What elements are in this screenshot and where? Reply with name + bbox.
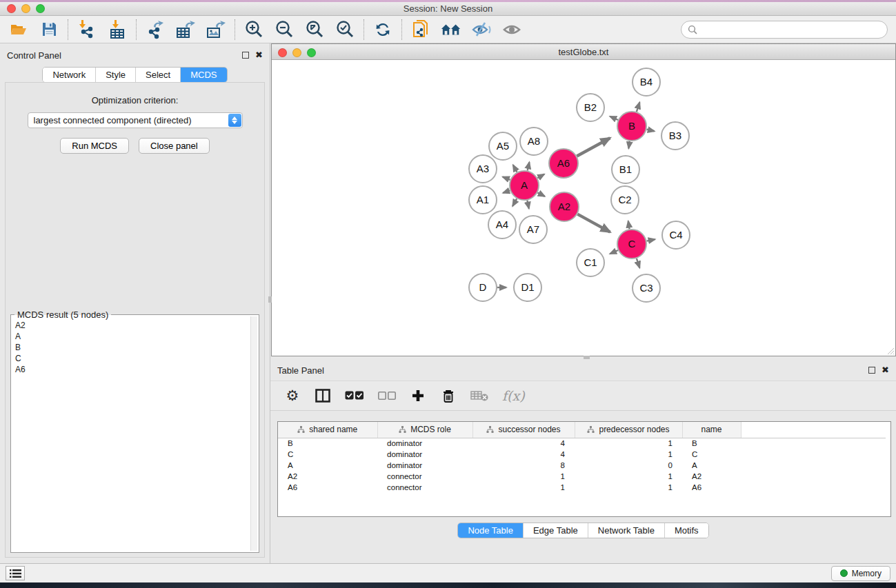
node-A8[interactable]: A8	[520, 128, 548, 155]
node-B1[interactable]: B1	[612, 156, 639, 183]
node-A5[interactable]: A5	[489, 132, 517, 160]
cell-name[interactable]: A	[682, 460, 741, 471]
tab-style[interactable]: Style	[96, 68, 136, 82]
edge-C-C4[interactable]	[647, 239, 655, 241]
node-D1[interactable]: D1	[514, 274, 541, 301]
cell-predecessor-nodes[interactable]: 0	[575, 460, 682, 471]
node-C[interactable]: C	[617, 230, 646, 258]
network-graph[interactable]: AA1A2A3A4A5A6A7A8BB1B2B3B4CC1C2C3C4DD1	[272, 60, 887, 354]
result-list-scrollbar[interactable]	[250, 316, 257, 551]
node-A[interactable]: A	[510, 171, 539, 200]
cell-shared-name[interactable]: A	[278, 460, 377, 471]
zoom-selected-button[interactable]	[335, 19, 355, 40]
save-session-button[interactable]	[39, 19, 59, 40]
edge-A-A2[interactable]	[537, 192, 544, 196]
cell-shared-name[interactable]: C	[278, 449, 377, 460]
node-D[interactable]: D	[469, 274, 497, 301]
zoom-window-button[interactable]	[36, 4, 45, 13]
cell-name[interactable]: A6	[682, 482, 741, 493]
column-header-predecessor-nodes[interactable]: predecessor nodes	[575, 422, 682, 438]
table-row[interactable]: Adominator80A	[278, 460, 886, 471]
cell-successor-nodes[interactable]: 1	[472, 471, 575, 482]
export-image-button[interactable]	[206, 19, 226, 40]
task-history-button[interactable]	[6, 566, 25, 580]
import-network-button[interactable]	[77, 19, 97, 40]
node-B4[interactable]: B4	[633, 68, 660, 96]
cell-successor-nodes[interactable]: 4	[472, 438, 575, 449]
tab-motifs[interactable]: Motifs	[665, 523, 708, 538]
edge-C-C1[interactable]	[610, 250, 618, 254]
edge-A6-B[interactable]	[577, 138, 610, 156]
cell-shared-name[interactable]: B	[278, 438, 377, 449]
node-table[interactable]: shared nameMCDS rolesuccessor nodesprede…	[277, 421, 891, 517]
close-panel-icon[interactable]: ✖	[882, 367, 889, 374]
search-box[interactable]	[681, 21, 888, 39]
edge-B-B2[interactable]	[610, 116, 618, 120]
column-header-shared-name[interactable]: shared name	[278, 422, 377, 438]
cell-predecessor-nodes[interactable]: 1	[575, 482, 682, 493]
table-row[interactable]: A2connector11A2	[278, 471, 886, 482]
cell-shared-name[interactable]: A6	[278, 482, 377, 493]
hide-selected-button[interactable]	[471, 19, 492, 40]
node-A2[interactable]: A2	[550, 192, 579, 221]
close-panel-icon[interactable]: ✖	[255, 52, 263, 59]
tab-edge-table[interactable]: Edge Table	[524, 523, 588, 538]
node-A3[interactable]: A3	[469, 155, 497, 183]
export-network-button[interactable]	[145, 19, 166, 40]
run-mcds-button[interactable]: Run MCDS	[60, 138, 129, 154]
node-A6[interactable]: A6	[549, 149, 578, 178]
edge-A-A6[interactable]	[537, 174, 544, 179]
edge-A-A4[interactable]	[512, 199, 517, 206]
table-row[interactable]: A6connector11A6	[278, 482, 886, 493]
network-zoom-button[interactable]	[307, 48, 316, 57]
search-input[interactable]	[701, 25, 881, 34]
column-header-name[interactable]: name	[682, 422, 741, 438]
select-all-columns-button[interactable]	[345, 387, 364, 405]
cell-successor-nodes[interactable]: 1	[472, 482, 575, 493]
open-file-button[interactable]	[8, 19, 29, 40]
table-row[interactable]: Bdominator41B	[278, 438, 886, 449]
tab-mcds[interactable]: MCDS	[181, 68, 226, 82]
node-B[interactable]: B	[617, 112, 646, 141]
network-canvas[interactable]: AA1A2A3A4A5A6A7A8BB1B2B3B4CC1C2C3C4DD1	[272, 60, 895, 356]
zoom-in-button[interactable]	[243, 19, 264, 40]
memory-button[interactable]: Memory	[831, 566, 890, 581]
tab-node-table[interactable]: Node Table	[458, 523, 524, 538]
cell-predecessor-nodes[interactable]: 1	[575, 449, 682, 460]
cell-successor-nodes[interactable]: 8	[472, 460, 575, 471]
cell-predecessor-nodes[interactable]: 1	[575, 471, 682, 482]
close-panel-button[interactable]: Close panel	[139, 138, 210, 154]
cell-name[interactable]: C	[682, 449, 741, 460]
edge-C-C2[interactable]	[628, 221, 630, 230]
cell-MCDS-role[interactable]: dominator	[377, 460, 472, 471]
column-header-MCDS-role[interactable]: MCDS role	[377, 422, 472, 438]
column-view-button[interactable]	[315, 387, 331, 405]
cell-name[interactable]: A2	[682, 471, 741, 482]
splitter-handle[interactable]	[268, 296, 272, 303]
edge-A-A7[interactable]	[527, 201, 528, 209]
edge-B-B4[interactable]	[637, 102, 639, 112]
edge-A-A5[interactable]	[513, 165, 517, 172]
result-item[interactable]: A6	[15, 364, 250, 375]
refresh-button[interactable]	[372, 19, 393, 40]
edge-B-B3[interactable]	[646, 130, 654, 132]
table-settings-button[interactable]: ⚙	[284, 387, 301, 405]
zoom-fit-button[interactable]	[304, 19, 325, 40]
node-A7[interactable]: A7	[519, 216, 547, 243]
export-table-button[interactable]	[175, 19, 196, 40]
result-item[interactable]: A	[15, 331, 250, 342]
show-all-networks-button[interactable]	[441, 19, 461, 40]
mcds-result-list[interactable]: A2ABCA6	[12, 316, 250, 551]
cell-MCDS-role[interactable]: dominator	[377, 438, 472, 449]
zoom-out-button[interactable]	[274, 19, 295, 40]
network-window-titlebar[interactable]: testGlobe.txt	[272, 44, 895, 60]
edge-A-A3[interactable]	[503, 177, 510, 180]
edge-A2-C[interactable]	[577, 214, 610, 232]
cell-shared-name[interactable]: A2	[278, 471, 377, 482]
minimize-window-button[interactable]	[21, 4, 30, 13]
cell-MCDS-role[interactable]: connector	[377, 471, 472, 482]
cell-successor-nodes[interactable]: 4	[472, 449, 575, 460]
float-panel-icon[interactable]	[242, 52, 249, 59]
new-network-from-file-button[interactable]	[410, 19, 431, 40]
node-A4[interactable]: A4	[488, 211, 516, 239]
